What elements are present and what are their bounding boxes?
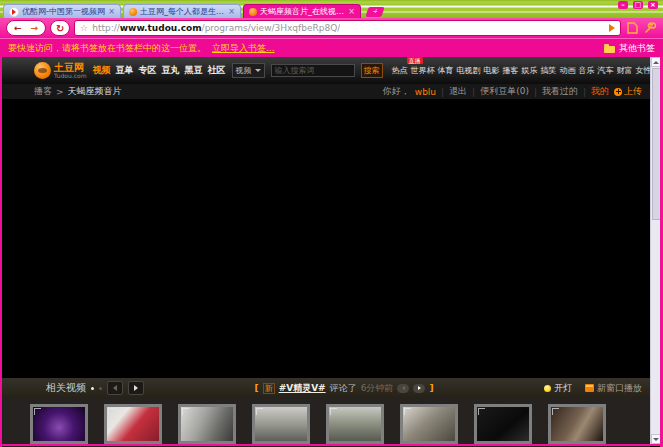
bookmark-star-icon[interactable]: ☆	[80, 24, 88, 33]
username-link[interactable]: wblu	[415, 87, 436, 97]
go-arrow-icon[interactable]	[609, 24, 615, 32]
left-arrow-icon	[402, 386, 405, 390]
related-video-thumbnail[interactable]: 街拍天蝎座	[326, 404, 384, 447]
forward-button[interactable]: →	[31, 24, 39, 33]
related-video-thumbnail[interactable]: 天蝎座男生睡前	[104, 404, 162, 447]
bookmarks-bar: 要快速访问，请将书签放在书签栏中的这一位置。 立即导入书签... 其他书签	[0, 38, 663, 57]
related-video-thumbnail[interactable]: 经典之吻	[400, 404, 458, 447]
cat-ent[interactable]: 娱乐	[522, 65, 538, 76]
related-title: 相关视频	[46, 381, 86, 395]
wrench-menu-button[interactable]	[643, 21, 657, 35]
nav-item-douwan[interactable]: 豆丸	[162, 64, 180, 77]
thumbnail-image[interactable]	[474, 404, 532, 444]
tab-tudou-home[interactable]: 土豆网_每个人都是生活... ×	[123, 4, 241, 18]
import-bookmarks-link[interactable]: 立即导入书签...	[212, 42, 275, 55]
live-badge: 直播	[407, 57, 423, 64]
related-video-thumbnail[interactable]: 蝎座女生-200	[30, 404, 88, 447]
page-icon	[627, 22, 638, 34]
close-tab-icon[interactable]: ×	[348, 7, 355, 16]
cat-anime[interactable]: 动画	[560, 65, 576, 76]
carousel-prev-button[interactable]	[107, 381, 123, 395]
related-videos-bar: 相关视频 [ 新 #V精灵V# 评论了 6分钟前 ] 开灯 新窗口播放	[2, 378, 650, 398]
new-tab-button[interactable]	[365, 7, 384, 17]
nav-item-doulist[interactable]: 豆单	[116, 64, 134, 77]
other-bookmarks-button[interactable]: 其他书签	[604, 42, 655, 55]
cat-funny[interactable]: 搞笑	[541, 65, 557, 76]
search-input[interactable]: 输入搜索词	[271, 64, 355, 77]
ticker-user-link[interactable]: #V精灵V#	[279, 382, 326, 395]
video-player[interactable]	[2, 100, 650, 378]
watched-link[interactable]: 我看过的	[542, 85, 578, 98]
wrench-icon	[644, 22, 656, 34]
related-video-thumbnail[interactable]: 天蝎座-片花	[178, 404, 236, 447]
right-arrow-icon	[134, 385, 138, 391]
thumbnail-image[interactable]	[400, 404, 458, 444]
ticker-next-button[interactable]	[413, 384, 425, 393]
thumbnail-image[interactable]	[178, 404, 236, 444]
new-window-play[interactable]: 新窗口播放	[585, 382, 642, 395]
secondary-nav: 直播 热点 世界杯 体育 电视剧 电影 播客 娱乐 搞笑 动画 音乐 汽车 财富…	[392, 65, 663, 76]
back-button[interactable]: ←	[14, 24, 22, 33]
related-video-thumbnail[interactable]: 天蝎座男人 T	[474, 404, 532, 447]
tab-youku[interactable]: 优酷网-中国第一视频网 ×	[3, 4, 121, 18]
thumbnail-image[interactable]	[104, 404, 162, 444]
cat-auto[interactable]: 汽车	[598, 65, 614, 76]
related-video-thumbnail[interactable]: 天蝎座深情 N	[252, 404, 310, 447]
left-arrow-icon	[113, 385, 117, 391]
cat-podcast[interactable]: 播客	[503, 65, 519, 76]
browser-window: – □ × 优酷网-中国第一视频网 × 土豆网_每个人都是生活... × 天蝎座…	[0, 0, 663, 447]
search-button[interactable]: 搜索	[361, 63, 383, 78]
logo-subtitle: Tudou.com	[54, 73, 87, 79]
cat-tv[interactable]: 电视剧	[457, 65, 481, 76]
ticker-action: 评论了	[330, 382, 357, 395]
new-badge: 新	[263, 383, 275, 394]
tudou-logo[interactable]: 土豆网 Tudou.com	[34, 62, 87, 79]
page-menu-button[interactable]	[625, 21, 639, 35]
lights-toggle[interactable]: 开灯	[544, 382, 572, 395]
cat-hot[interactable]: 热点	[392, 65, 408, 76]
thumbnail-image[interactable]	[548, 404, 606, 444]
tudou-logo-icon	[34, 62, 51, 79]
cat-movie[interactable]: 电影	[484, 65, 500, 76]
ticker-prev-button[interactable]	[397, 384, 409, 393]
carousel-next-button[interactable]	[128, 381, 144, 395]
search-category-select[interactable]: 视频	[232, 63, 265, 78]
nav-item-heidou[interactable]: 黑豆	[185, 64, 203, 77]
close-tab-icon[interactable]: ×	[108, 7, 115, 16]
thumbnail-image[interactable]	[30, 404, 88, 444]
carousel-dot	[99, 387, 102, 390]
new-window-icon	[585, 384, 594, 392]
url-text: http://www.tudou.com/programs/view/3Hxqf…	[92, 23, 340, 33]
thumbnail-image[interactable]	[326, 404, 384, 444]
maximize-button[interactable]: □	[633, 1, 643, 9]
close-tab-icon[interactable]: ×	[228, 7, 235, 16]
nav-button-group: ← →	[6, 20, 46, 36]
cat-worldcup[interactable]: 世界杯	[411, 65, 435, 76]
tab-current-video[interactable]: 天蝎座频音片_在线视频... ×	[243, 4, 361, 18]
reload-button[interactable]: ↻	[50, 20, 70, 36]
lights-label: 开灯	[554, 382, 572, 395]
my-link[interactable]: 我的	[591, 85, 609, 98]
address-bar[interactable]: ☆ http://www.tudou.com/programs/view/3Hx…	[74, 20, 621, 36]
cat-music[interactable]: 音乐	[579, 65, 595, 76]
divider: |	[441, 87, 444, 97]
plus-icon	[373, 9, 378, 13]
breadcrumb-root[interactable]: 播客	[34, 85, 52, 98]
web-page: 土豆网 Tudou.com 视频 豆单 专区 豆丸 黑豆 社区 视频 输入搜索词…	[2, 57, 650, 447]
doulist-link[interactable]: 便利豆单(0)	[480, 85, 529, 98]
nav-item-video[interactable]: 视频	[93, 64, 111, 77]
nav-item-community[interactable]: 社区	[208, 64, 226, 77]
lightbulb-icon	[544, 385, 551, 392]
logo-title: 土豆网	[54, 63, 87, 73]
tudou-favicon-icon	[129, 8, 137, 16]
cat-finance[interactable]: 财富	[617, 65, 633, 76]
close-window-button[interactable]: ×	[648, 1, 658, 9]
minimize-button[interactable]: –	[618, 1, 628, 9]
logout-link[interactable]: 退出	[449, 85, 467, 98]
thumbnail-image[interactable]	[252, 404, 310, 444]
cat-sports[interactable]: 体育	[438, 65, 454, 76]
page-scrollbar[interactable]	[650, 57, 660, 444]
nav-item-zone[interactable]: 专区	[139, 64, 157, 77]
upload-link[interactable]: 上传	[614, 85, 642, 98]
related-video-thumbnail[interactable]: 天蝎座男人 T	[548, 404, 606, 447]
